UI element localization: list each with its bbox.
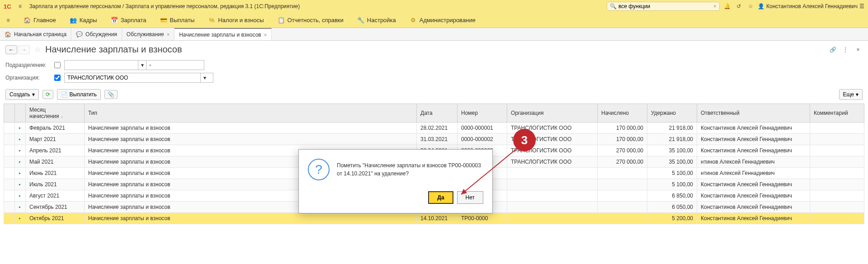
percent-icon: %	[208, 17, 215, 24]
table-row[interactable]: ▪ Март 2021 Начисление зарплаты и взносо…	[4, 134, 864, 145]
home-icon: 🏠	[5, 31, 11, 38]
tab-Обслуживание[interactable]: Обслуживание×	[122, 28, 175, 40]
month-cell: Июль 2021	[26, 179, 85, 190]
col-header[interactable]	[4, 104, 15, 123]
status-cell: ▪	[15, 156, 26, 168]
accrued-cell	[598, 202, 647, 213]
status-cell: ▪	[15, 179, 26, 190]
menu-toggle-icon[interactable]: ≡	[4, 16, 13, 25]
status-cell: ▪	[15, 190, 26, 202]
tab-Начисление зарплаты и взносов[interactable]: Начисление зарплаты и взносов×	[175, 28, 272, 40]
col-header[interactable]: Месяц начисления↓	[26, 104, 85, 123]
kebab-icon[interactable]: ⋮	[841, 45, 850, 54]
month-cell: Октябрь 2021	[26, 213, 85, 224]
table-row[interactable]: ▪ Февраль 2021 Начисление зарплаты и взн…	[4, 123, 864, 134]
menu-item-Зарплата[interactable]: 📅Зарплата	[108, 15, 149, 26]
search-input[interactable]	[618, 3, 712, 9]
open-dialog-icon[interactable]: ▫	[146, 61, 154, 70]
close-icon[interactable]: ×	[167, 32, 170, 37]
callout-badge: 3	[513, 129, 536, 151]
tab-label: Обслуживание	[127, 31, 164, 38]
org-combo[interactable]: ▾	[64, 73, 213, 83]
department-combo[interactable]: ▾ ▫	[64, 60, 204, 70]
doc-icon: 📋	[278, 17, 285, 24]
department-checkbox[interactable]	[54, 62, 61, 68]
history-icon[interactable]: ↺	[734, 2, 743, 11]
svg-line-0	[461, 142, 524, 194]
col-header[interactable]	[15, 104, 26, 123]
type-cell: Начисление зарплаты и взносов	[85, 134, 417, 145]
table-row[interactable]: ▪ Октябрь 2021 Начисление зарплаты и взн…	[4, 213, 864, 224]
comment-cell	[810, 156, 864, 168]
attach-button[interactable]: 📎	[104, 90, 118, 99]
month-cell: Май 2021	[26, 156, 85, 168]
attach-cell	[4, 134, 15, 145]
menu-item-Налоги и взносы[interactable]: %Налоги и взносы	[205, 15, 266, 26]
favorite-icon[interactable]: ☆	[34, 45, 41, 54]
col-header[interactable]: Тип	[85, 104, 417, 123]
doc-status-icon: ▪	[19, 136, 20, 142]
attach-cell	[4, 156, 15, 168]
org-checkbox[interactable]	[54, 75, 61, 81]
accrued-cell: 170 000,00	[598, 123, 647, 134]
attach-cell	[4, 168, 15, 179]
menu-label: Настройка	[367, 17, 396, 24]
withheld-cell: 21 918,00	[647, 123, 697, 134]
resp-cell: Константинов Алексей Геннадиевич	[697, 145, 810, 156]
tab-Начальная страница[interactable]: 🏠Начальная страница	[0, 28, 71, 40]
tab-Обсуждения[interactable]: 💬Обсуждения	[71, 28, 122, 40]
chevron-down-icon[interactable]: ▾	[200, 73, 208, 82]
menu-item-Главное[interactable]: 🏠Главное	[21, 15, 59, 26]
refresh-button[interactable]: ⟳	[42, 90, 53, 99]
burger-icon[interactable]: ≡	[16, 2, 25, 11]
col-header[interactable]: Организация	[507, 104, 598, 123]
menu-label: Выплаты	[170, 17, 195, 24]
back-button[interactable]: ←	[5, 45, 17, 54]
withheld-cell: 6 050,00	[647, 202, 697, 213]
col-header[interactable]: Начислено	[598, 104, 647, 123]
pay-button[interactable]: 📄 Выплатить	[57, 89, 101, 100]
menu-item-Выплаты[interactable]: 💳Выплаты	[157, 15, 198, 26]
bell-icon[interactable]: 🔔	[722, 2, 731, 11]
resp-cell: Константинов Алексей Геннадиевич	[697, 134, 810, 145]
forward-button[interactable]: →	[18, 45, 30, 54]
app-title: Зарплата и управление персоналом / Зарпл…	[29, 3, 300, 9]
resp-cell: Константинов Алексей Геннадиевич	[697, 202, 810, 213]
department-label: Подразделение:	[5, 62, 51, 68]
doc-status-icon: ▪	[19, 193, 20, 199]
chevron-down-icon[interactable]: ▾	[138, 61, 146, 70]
more-label: Еще	[843, 91, 854, 98]
attach-cell	[4, 145, 15, 156]
col-header[interactable]: Комментарий	[810, 104, 864, 123]
department-input[interactable]	[65, 61, 138, 70]
close-page-icon[interactable]: ×	[854, 45, 863, 54]
col-header[interactable]: Номер	[458, 104, 507, 123]
accrued-cell: 270 000,00	[598, 145, 647, 156]
star-icon[interactable]: ☆	[746, 2, 755, 11]
create-button[interactable]: Создать ▾	[5, 89, 39, 100]
yes-button[interactable]: Да	[428, 191, 453, 204]
attach-cell	[4, 213, 15, 224]
col-header[interactable]: Ответственный	[697, 104, 810, 123]
close-icon[interactable]: ×	[264, 32, 267, 38]
create-label: Создать	[9, 91, 30, 98]
pay-label: Выплатить	[70, 91, 97, 98]
menu-item-Кадры[interactable]: 👥Кадры	[67, 15, 100, 26]
resp-cell: Константинов Алексей Геннадиевич	[697, 213, 810, 224]
withheld-cell: 6 850,00	[647, 190, 697, 202]
menu-item-Администрирование[interactable]: ⚙Администрирование	[407, 15, 478, 26]
user-menu[interactable]: 👤 Константинов Алексей Геннадиевич ☰	[758, 3, 864, 9]
clear-icon[interactable]: ×	[713, 3, 717, 9]
menu-item-Отчетность, справки[interactable]: 📋Отчетность, справки	[275, 15, 346, 26]
status-cell: ▪	[15, 134, 26, 145]
menu-item-Настройка[interactable]: 🔧Настройка	[354, 15, 399, 26]
org-input[interactable]	[65, 73, 200, 82]
more-button[interactable]: Еще ▾	[839, 89, 863, 100]
link-icon[interactable]: 🔗	[828, 45, 837, 54]
tab-label: Начисление зарплаты и взносов	[179, 32, 261, 38]
col-header[interactable]: Удержано	[647, 104, 697, 123]
month-cell: Август 2021	[26, 190, 85, 202]
clip-icon: 📎	[108, 91, 114, 98]
col-header[interactable]: Дата	[417, 104, 458, 123]
search-box[interactable]: 🔍 ×	[607, 2, 720, 11]
